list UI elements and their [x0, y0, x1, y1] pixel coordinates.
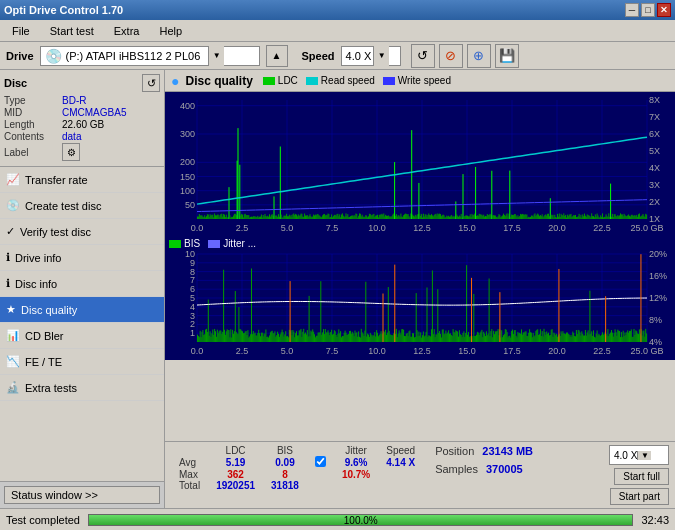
disc-label-row: Label ⚙	[4, 143, 160, 161]
stats-speed-dropdown[interactable]: ▼	[637, 451, 651, 460]
menu-file[interactable]: File	[4, 23, 38, 39]
total-bis: 31818	[263, 480, 307, 491]
start-part-button[interactable]: Start part	[610, 488, 669, 505]
status-window-button[interactable]: Status window >>	[4, 486, 160, 504]
disc-length-value: 22.60 GB	[62, 119, 104, 130]
sidebar-item-disc-quality[interactable]: ★ Disc quality	[0, 297, 164, 323]
disc-contents-value: data	[62, 131, 81, 142]
bis-legend-label: BIS	[184, 238, 200, 249]
sidebar-item-fe-te[interactable]: 📉 FE / TE	[0, 349, 164, 375]
drive-select[interactable]: 💿 (P:) ATAPI iHBS112 2 PL06 ▼	[40, 46, 260, 66]
app-title: Opti Drive Control 1.70	[4, 4, 123, 16]
right-stats: Position 23143 MB Samples 370005	[435, 445, 533, 478]
menu-start-test[interactable]: Start test	[42, 23, 102, 39]
samples-value: 370005	[486, 463, 523, 475]
transfer-rate-label: Transfer rate	[25, 174, 88, 186]
sidebar-item-disc-info[interactable]: ℹ Disc info	[0, 271, 164, 297]
sidebar-item-cd-bler[interactable]: 📊 CD Bler	[0, 323, 164, 349]
stats-area: LDC BIS Jitter Speed Avg 5.19 0.09	[165, 441, 675, 508]
speed-dropdown-button[interactable]: ▼	[373, 46, 389, 66]
fe-te-icon: 📉	[6, 355, 20, 368]
write-speed-legend-label: Write speed	[398, 75, 451, 86]
verify-test-disc-icon: ✓	[6, 225, 15, 238]
bis-legend-color	[169, 240, 181, 248]
sidebar-item-transfer-rate[interactable]: 📈 Transfer rate	[0, 167, 164, 193]
upper-chart-canvas	[165, 92, 675, 237]
ldc-legend-color	[263, 77, 275, 85]
drive-info-icon: ℹ	[6, 251, 10, 264]
time-display: 32:43	[641, 514, 669, 526]
chart-title-bar: ● Disc quality LDC Read speed Write spee…	[165, 70, 675, 92]
write-speed-legend-color	[383, 77, 395, 85]
sidebar-item-create-test-disc[interactable]: 💿 Create test disc	[0, 193, 164, 219]
sidebar-item-extra-tests[interactable]: 🔬 Extra tests	[0, 375, 164, 401]
max-row: Max 362 8 10.7%	[171, 469, 423, 480]
disc-info-label: Disc info	[15, 278, 57, 290]
disc-refresh-button[interactable]: ↺	[142, 74, 160, 92]
speed-select[interactable]: 4.0 X ▼	[341, 46, 401, 66]
sidebar: Disc ↺ Type BD-R MID CMCMAGBA5 Length 22…	[0, 70, 165, 508]
progress-text: 100.0%	[89, 515, 632, 527]
extra-tests-icon: 🔬	[6, 381, 20, 394]
transfer-rate-icon: 📈	[6, 173, 20, 186]
drive-dropdown-button[interactable]: ▼	[208, 46, 224, 66]
disc-type-row: Type BD-R	[4, 95, 160, 106]
drive-eject-button[interactable]: ▲	[266, 45, 288, 67]
jitter-checkbox[interactable]	[315, 456, 326, 467]
disc-type-value: BD-R	[62, 95, 86, 106]
menu-extra[interactable]: Extra	[106, 23, 148, 39]
start-full-button[interactable]: Start full	[614, 468, 669, 485]
disc-section: Disc ↺ Type BD-R MID CMCMAGBA5 Length 22…	[0, 70, 164, 167]
lower-chart-canvas	[165, 250, 675, 360]
title-bar: Opti Drive Control 1.70 ─ □ ✕	[0, 0, 675, 20]
avg-bis: 0.09	[263, 456, 307, 469]
disc-length-row: Length 22.60 GB	[4, 119, 160, 130]
avg-speed: 4.14 X	[378, 456, 423, 469]
menu-bar: File Start test Extra Help	[0, 20, 675, 42]
max-bis: 8	[263, 469, 307, 480]
disc-title: Disc	[4, 77, 27, 89]
disc-quality-icon: ★	[6, 303, 16, 316]
stats-speed-value: 4.0 X	[614, 450, 637, 461]
disc-mid-row: MID CMCMAGBA5	[4, 107, 160, 118]
stats-table: LDC BIS Jitter Speed Avg 5.19 0.09	[171, 445, 423, 491]
menu-help[interactable]: Help	[151, 23, 190, 39]
disc-mid-value: CMCMAGBA5	[62, 107, 126, 118]
right-panel: ● Disc quality LDC Read speed Write spee…	[165, 70, 675, 508]
disc-contents-row: Contents data	[4, 131, 160, 142]
col-jitter: Jitter	[334, 445, 378, 456]
sidebar-item-drive-info[interactable]: ℹ Drive info	[0, 245, 164, 271]
copy-icon[interactable]: ⊕	[467, 44, 491, 68]
jitter-legend-label: Jitter	[223, 238, 245, 249]
avg-jitter: 9.6%	[334, 456, 378, 469]
refresh-icon[interactable]: ↺	[411, 44, 435, 68]
drive-bar: Drive 💿 (P:) ATAPI iHBS112 2 PL06 ▼ ▲ Sp…	[0, 42, 675, 70]
fe-te-label: FE / TE	[25, 356, 62, 368]
stats-speed-select[interactable]: 4.0 X ▼	[609, 445, 669, 465]
charts-wrapper: BIS Jitter ...	[165, 92, 675, 441]
chart-legend: LDC Read speed Write speed	[263, 75, 451, 86]
drive-info-label: Drive info	[15, 252, 61, 264]
save-icon[interactable]: 💾	[495, 44, 519, 68]
status-text: Test completed	[6, 514, 80, 526]
col-bis: BIS	[263, 445, 307, 456]
ldc-legend-label: LDC	[278, 75, 298, 86]
maximize-button[interactable]: □	[641, 3, 655, 17]
erase-icon[interactable]: ⊘	[439, 44, 463, 68]
speed-label: Speed	[302, 50, 335, 62]
close-button[interactable]: ✕	[657, 3, 671, 17]
window-controls: ─ □ ✕	[625, 3, 671, 17]
drive-text: (P:) ATAPI iHBS112 2 PL06	[66, 50, 201, 62]
minimize-button[interactable]: ─	[625, 3, 639, 17]
chart-title: Disc quality	[185, 74, 252, 88]
avg-ldc: 5.19	[208, 456, 263, 469]
disc-label-button[interactable]: ⚙	[62, 143, 80, 161]
total-ldc: 1920251	[208, 480, 263, 491]
speed-value: 4.0 X	[346, 50, 372, 62]
sidebar-item-verify-test-disc[interactable]: ✓ Verify test disc	[0, 219, 164, 245]
drive-nav-buttons: ▲	[266, 45, 288, 67]
nav-section: 📈 Transfer rate 💿 Create test disc ✓ Ver…	[0, 167, 164, 481]
total-row: Total 1920251 31818	[171, 480, 423, 491]
position-label: Position	[435, 445, 474, 457]
verify-test-disc-label: Verify test disc	[20, 226, 91, 238]
